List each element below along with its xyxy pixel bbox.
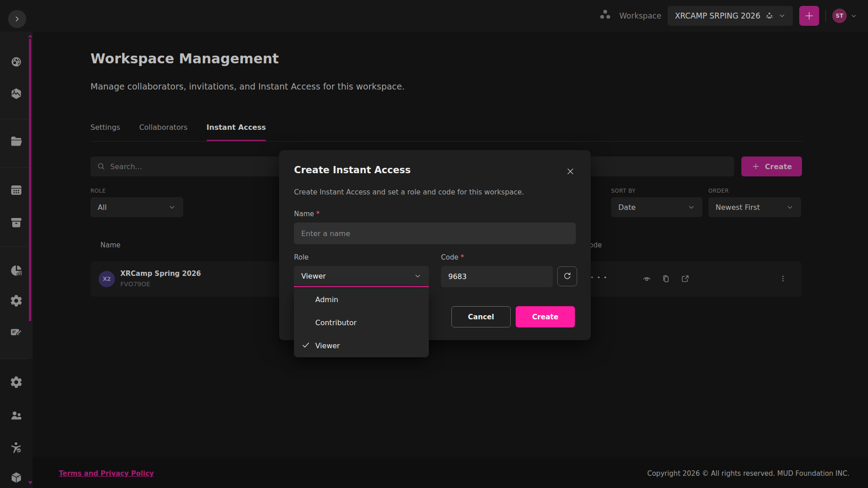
role-filter-select[interactable]: All bbox=[90, 197, 183, 217]
modal-title: Create Instant Access bbox=[294, 165, 411, 175]
role-filter-value: All bbox=[98, 203, 107, 212]
role-select[interactable]: Viewer bbox=[294, 266, 429, 287]
role-option-viewer-label: Viewer bbox=[315, 341, 340, 350]
scrollbar-thumb[interactable] bbox=[29, 39, 31, 321]
create-access-button[interactable]: Create bbox=[741, 156, 802, 176]
regenerate-code-button[interactable] bbox=[557, 266, 577, 286]
code-field-label: Code * bbox=[441, 253, 464, 261]
sidebar-divider bbox=[0, 359, 29, 359]
refresh-icon bbox=[562, 271, 572, 281]
page-subtitle: Manage collaborators, invitations, and I… bbox=[90, 81, 405, 91]
analytics-icon[interactable] bbox=[8, 262, 24, 279]
view-code-icon[interactable] bbox=[640, 271, 654, 286]
tabs-border bbox=[90, 141, 802, 142]
settings-icon[interactable] bbox=[8, 374, 24, 390]
plus-icon bbox=[804, 10, 815, 21]
calendar-grid-icon[interactable] bbox=[8, 182, 24, 198]
order-value: Newest First bbox=[716, 203, 760, 212]
tab-instant-access[interactable]: Instant Access bbox=[207, 123, 266, 141]
close-icon[interactable] bbox=[564, 166, 576, 177]
chevron-down-icon bbox=[414, 272, 422, 280]
package-icon[interactable] bbox=[8, 469, 24, 486]
topbar-divider bbox=[825, 10, 826, 22]
workspace-label: Workspace bbox=[619, 11, 661, 20]
copyright-text: Copyright 2026 © All rights reserved. MU… bbox=[647, 469, 849, 478]
avatar: ST bbox=[832, 9, 847, 23]
order-label: ORDER bbox=[708, 188, 729, 194]
terms-privacy-link[interactable]: Terms and Privacy Policy bbox=[59, 469, 154, 478]
cancel-button[interactable]: Cancel bbox=[451, 306, 511, 327]
role-option-viewer[interactable]: Viewer bbox=[294, 334, 429, 357]
code-label-text: Code bbox=[441, 253, 458, 261]
folder-icon[interactable] bbox=[8, 133, 24, 149]
add-workspace-button[interactable] bbox=[799, 6, 819, 26]
chevron-right-icon bbox=[13, 15, 21, 23]
sidebar-divider bbox=[0, 246, 29, 247]
name-label-text: Name bbox=[294, 210, 314, 218]
name-column-header: Name bbox=[100, 241, 120, 249]
workspace-name: XRCAMP SRPING 2026 bbox=[675, 11, 760, 20]
sidebar-divider bbox=[0, 167, 29, 168]
role-dropdown-menu: Admin Contributor Viewer bbox=[294, 288, 429, 357]
topbar-right-cluster: Workspace XRCAMP SRPING 2026 ST bbox=[598, 0, 857, 32]
name-input[interactable] bbox=[294, 223, 576, 244]
row-menu-kebab-icon[interactable] bbox=[776, 271, 790, 286]
chevron-down-icon bbox=[850, 13, 857, 19]
copy-icon[interactable] bbox=[659, 271, 673, 286]
required-asterisk: * bbox=[460, 253, 464, 261]
page-title: Workspace Management bbox=[90, 51, 279, 66]
asset-cube-icon[interactable] bbox=[8, 85, 24, 102]
chevron-down-icon bbox=[688, 204, 695, 211]
check-icon bbox=[301, 341, 310, 351]
role-filter-label: ROLE bbox=[90, 188, 106, 194]
create-button[interactable]: Create bbox=[516, 306, 575, 327]
tab-settings[interactable]: Settings bbox=[90, 123, 120, 141]
role-option-contributor[interactable]: Contributor bbox=[294, 311, 429, 334]
row-code-id: FVO79OE bbox=[120, 280, 150, 288]
name-field-label: Name * bbox=[294, 210, 320, 218]
notes-icon[interactable] bbox=[8, 324, 24, 341]
tab-bar: Settings Collaborators Instant Access bbox=[90, 123, 266, 141]
chevron-down-icon bbox=[786, 204, 794, 211]
top-bar: Workspace XRCAMP SRPING 2026 ST bbox=[0, 0, 868, 32]
tab-collaborators[interactable]: Collaborators bbox=[139, 123, 188, 141]
row-avatar: X2 bbox=[99, 271, 115, 287]
row-name: XRCamp Spring 2026 bbox=[120, 270, 201, 278]
code-input[interactable] bbox=[441, 266, 553, 287]
required-asterisk: * bbox=[316, 210, 320, 218]
sort-by-value: Date bbox=[618, 203, 636, 212]
access-check-icon[interactable] bbox=[8, 440, 24, 456]
role-field-label: Role bbox=[294, 253, 308, 261]
order-select[interactable]: Newest First bbox=[708, 197, 801, 217]
sidebar bbox=[0, 32, 33, 488]
scroll-down-arrow[interactable] bbox=[28, 481, 33, 484]
scroll-up-arrow[interactable] bbox=[28, 34, 33, 38]
role-select-value: Viewer bbox=[301, 272, 326, 280]
sort-by-label: SORT BY bbox=[611, 188, 636, 194]
modal-description: Create Instant Access and set a role and… bbox=[294, 188, 524, 196]
members-mini-icon bbox=[765, 11, 774, 20]
open-external-icon[interactable] bbox=[678, 271, 692, 286]
user-menu[interactable]: ST bbox=[832, 9, 857, 23]
sort-by-select[interactable]: Date bbox=[611, 197, 702, 217]
create-access-button-label: Create bbox=[765, 162, 792, 171]
chevron-down-icon bbox=[168, 204, 176, 211]
sidebar-divider bbox=[0, 119, 29, 119]
sidebar-expand-button[interactable] bbox=[8, 10, 26, 28]
role-option-admin[interactable]: Admin bbox=[294, 288, 429, 311]
globe-search-icon[interactable] bbox=[8, 54, 24, 71]
workspace-selector[interactable]: XRCAMP SRPING 2026 bbox=[668, 6, 793, 26]
plus-icon bbox=[751, 162, 760, 171]
archive-icon[interactable] bbox=[8, 214, 24, 231]
members-icon[interactable] bbox=[8, 407, 24, 424]
chevron-down-icon bbox=[778, 12, 786, 19]
workspace-dots-icon bbox=[598, 7, 613, 24]
masked-code: ••• bbox=[590, 274, 610, 281]
search-icon bbox=[97, 162, 106, 171]
app-frame: Workspace XRCAMP SRPING 2026 ST bbox=[0, 0, 868, 488]
settings-icon[interactable] bbox=[8, 293, 24, 309]
